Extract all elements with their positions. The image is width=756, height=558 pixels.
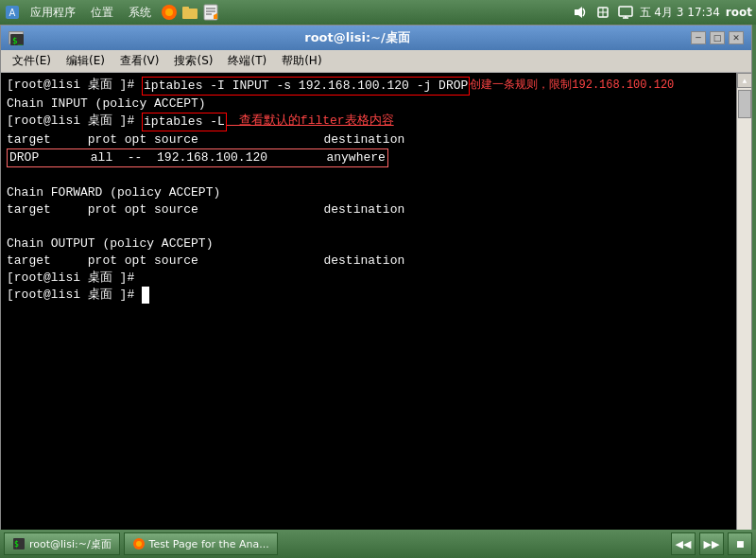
svg-text:$: $ xyxy=(14,540,19,549)
prompt-1: [root@lisi 桌面 ]# xyxy=(7,77,134,94)
terminal-window: $_ root@lisi:~/桌面 ─ □ ✕ 文件(E) 编辑(E) 查看(V… xyxy=(0,25,752,549)
close-button[interactable]: ✕ xyxy=(729,31,744,44)
terminal-line-1: [root@lisi 桌面 ]# iptables -I INPUT -s 19… xyxy=(7,77,746,96)
folder-icon[interactable] xyxy=(181,4,198,21)
table-header-2: target prot opt source destination xyxy=(7,201,404,218)
chain-input: Chain INPUT (policy ACCEPT) xyxy=(7,96,206,113)
minimize-button[interactable]: ─ xyxy=(691,31,706,44)
annotation-2: 查看默认的filter表格内容 xyxy=(227,113,394,130)
scroll-thumb[interactable] xyxy=(738,90,751,118)
menu-help[interactable]: 帮助(H) xyxy=(274,51,329,71)
table-header-1: target prot opt source destination xyxy=(7,131,404,148)
terminal-line-9: target prot opt source destination xyxy=(7,253,746,270)
space-cursor xyxy=(134,287,142,304)
cursor xyxy=(142,287,149,304)
svg-text:$_: $_ xyxy=(12,36,23,45)
apps-menu[interactable]: 应用程序 xyxy=(25,3,81,23)
menu-terminal[interactable]: 终端(T) xyxy=(220,51,274,71)
taskbar-browser-btn[interactable]: Test Page for the Ana... xyxy=(124,532,278,555)
svg-marker-11 xyxy=(575,7,582,18)
prompt-2: [root@lisi 桌面 ]# xyxy=(7,113,134,130)
editor-icon[interactable] xyxy=(202,4,219,21)
menu-edit[interactable]: 编辑(E) xyxy=(59,51,112,71)
app-icon: A xyxy=(4,4,21,21)
terminal-blank-2 xyxy=(7,218,746,235)
title-buttons: ─ □ ✕ xyxy=(691,31,744,44)
display-icon[interactable] xyxy=(617,4,634,21)
browser-btn-label: Test Page for the Ana... xyxy=(149,538,269,550)
taskbar-stop-icon[interactable]: ⏹ xyxy=(728,532,752,555)
maximize-button[interactable]: □ xyxy=(710,31,725,44)
network-icon[interactable] xyxy=(594,4,611,21)
taskbar-forward-icon[interactable]: ▶▶ xyxy=(699,532,724,555)
terminal-menubar: 文件(E) 编辑(E) 查看(V) 搜索(S) 终端(T) 帮助(H) xyxy=(1,50,751,73)
terminal-line-3: [root@lisi 桌面 ]# iptables -L 查看默认的filter… xyxy=(7,113,746,131)
terminal-btn-label: root@lisi:~/桌面 xyxy=(29,537,112,551)
space-2 xyxy=(134,113,142,130)
terminal-line-2: Chain INPUT (policy ACCEPT) xyxy=(7,96,746,113)
terminal-line-11: [root@lisi 桌面 ]# xyxy=(7,287,746,304)
chain-forward: Chain FORWARD (policy ACCEPT) xyxy=(7,184,220,201)
table-header-3: target prot opt source destination xyxy=(7,253,404,270)
taskbar-top: A 应用程序 位置 系统 xyxy=(0,0,756,25)
chain-output: Chain OUTPUT (policy ACCEPT) xyxy=(7,235,213,253)
scroll-up-btn[interactable]: ▲ xyxy=(737,73,751,88)
menu-search[interactable]: 搜索(S) xyxy=(166,51,220,71)
prompt-3: [root@lisi 桌面 ]# xyxy=(7,270,134,287)
terminal-icon: $_ xyxy=(9,31,24,44)
terminal-blank-1 xyxy=(7,167,746,184)
taskbar-right: 五 4月 3 17:34 root xyxy=(572,4,752,21)
scroll-track[interactable] xyxy=(737,88,751,533)
taskbar-bottom: $ root@lisi:~/桌面 Test Page for the Ana..… xyxy=(0,530,756,558)
places-menu[interactable]: 位置 xyxy=(85,3,119,23)
cmd-iptables-i: iptables -I INPUT -s 192.168.100.120 -j … xyxy=(142,77,470,96)
menu-view[interactable]: 查看(V) xyxy=(112,51,167,71)
datetime-display: 五 4月 3 17:34 xyxy=(640,5,720,21)
scrollbar[interactable]: ▲ ▼ xyxy=(736,73,751,549)
cmd-iptables-l: iptables -L xyxy=(142,113,227,131)
svg-point-23 xyxy=(136,541,142,547)
space-1 xyxy=(134,77,142,94)
drop-row: DROP all -- 192.168.100.120 anywhere xyxy=(7,148,388,167)
terminal-line-4: target prot opt source destination xyxy=(7,131,746,148)
terminal-line-8: Chain OUTPUT (policy ACCEPT) xyxy=(7,235,746,253)
system-menu[interactable]: 系统 xyxy=(123,3,157,23)
volume-icon[interactable] xyxy=(572,4,589,21)
taskbar-back-icon[interactable]: ◀◀ xyxy=(671,532,696,555)
firefox-icon[interactable] xyxy=(161,4,178,21)
annotation-1: 创建一条规则，限制192.168.100.120 xyxy=(470,77,674,94)
prompt-4: [root@lisi 桌面 ]# xyxy=(7,287,134,304)
svg-rect-15 xyxy=(619,7,632,16)
user-display: root xyxy=(726,6,752,19)
svg-rect-5 xyxy=(182,7,189,10)
taskbar-right-controls: ◀◀ ▶▶ ⏹ xyxy=(671,532,752,555)
terminal-line-7: target prot opt source destination xyxy=(7,201,746,218)
terminal-titlebar: $_ root@lisi:~/桌面 ─ □ ✕ xyxy=(1,26,751,50)
terminal-line-10: [root@lisi 桌面 ]# xyxy=(7,270,746,287)
taskbar-left: A 应用程序 位置 系统 xyxy=(4,3,219,23)
terminal-line-5: DROP all -- 192.168.100.120 anywhere xyxy=(7,148,746,167)
svg-text:A: A xyxy=(9,8,16,18)
terminal-line-6: Chain FORWARD (policy ACCEPT) xyxy=(7,184,746,201)
svg-point-3 xyxy=(165,9,173,16)
browser-task-icon xyxy=(132,537,146,550)
menu-file[interactable]: 文件(E) xyxy=(5,51,59,71)
terminal-content[interactable]: [root@lisi 桌面 ]# iptables -I INPUT -s 19… xyxy=(1,73,751,549)
terminal-title: root@lisi:~/桌面 xyxy=(24,29,691,46)
taskbar-terminal-btn[interactable]: $ root@lisi:~/桌面 xyxy=(4,532,120,555)
terminal-task-icon: $ xyxy=(12,537,26,550)
